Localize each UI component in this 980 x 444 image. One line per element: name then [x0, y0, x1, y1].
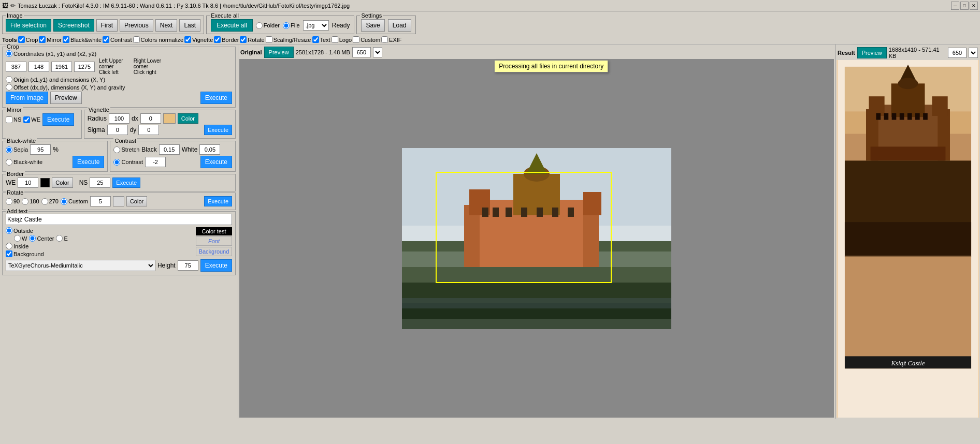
contrast-execute-button[interactable]: Execute	[200, 156, 232, 168]
mirror-check[interactable]: Mirror	[39, 36, 62, 43]
vignette-dx-label: dx	[132, 115, 138, 122]
folder-radio-label[interactable]: Folder	[256, 22, 280, 29]
vignette-color-text-button[interactable]: Color	[178, 113, 198, 124]
rotate-custom-radio[interactable]: Custom	[61, 198, 88, 205]
background-button[interactable]: Background	[196, 247, 232, 256]
exif-check[interactable]: EXIF	[381, 36, 401, 43]
crop-coord-radio[interactable]: Coordinates (x1, y1) and (x2, y2)	[6, 50, 96, 57]
crop-y1-input[interactable]	[28, 62, 49, 72]
crop-coord-row: Coordinates (x1, y1) and (x2, y2)	[6, 50, 232, 57]
font-select[interactable]: TeXGyreChorus-MediumItalic	[6, 260, 155, 271]
vignette-dx-input[interactable]	[140, 113, 161, 124]
inside-radio[interactable]: Inside	[6, 243, 194, 249]
custom-check[interactable]: Custom	[353, 36, 380, 43]
bw-radio[interactable]: Black-white	[6, 159, 42, 166]
color-test-button[interactable]: Color test	[196, 227, 232, 235]
sepia-radio[interactable]: Sepia	[6, 146, 28, 153]
logo-check[interactable]: Logo	[332, 36, 352, 43]
bw-execute-button[interactable]: Execute	[73, 156, 104, 168]
file-radio[interactable]	[283, 22, 290, 29]
colors-normalize-check[interactable]: Colors normalize	[133, 36, 184, 43]
crop-offset-radio[interactable]: Offset (dx,dy), dimensions (X, Y) and gr…	[6, 84, 125, 91]
rotate-270-radio[interactable]: 270	[41, 198, 59, 205]
border-we-input[interactable]	[18, 177, 38, 188]
white-value-input[interactable]	[199, 144, 220, 155]
contrast-check[interactable]: Contrast	[103, 36, 132, 43]
previous-button[interactable]: Previous	[120, 19, 153, 32]
text-execute-button[interactable]: Execute	[200, 259, 232, 272]
scaling-check[interactable]: Scaling/Resize	[266, 36, 311, 43]
result-preview-button[interactable]: Preview	[857, 47, 887, 58]
crop-x2-input[interactable]	[51, 62, 72, 72]
first-button[interactable]: First	[96, 19, 118, 32]
black-value-input[interactable]	[159, 144, 180, 155]
screenshot-button[interactable]: Screenshot	[53, 19, 94, 32]
crop-origin-radio[interactable]: Origin (x1,y1) and dimensions (X, Y)	[6, 76, 105, 83]
execute-all-label: Execute all	[210, 12, 240, 19]
border-check[interactable]: Border	[214, 36, 239, 43]
bw-group: Black-white Sepia % Black-white Execute	[2, 141, 108, 172]
mirror-ns-check[interactable]: NS	[6, 116, 21, 123]
border-color-button[interactable]: Color	[52, 177, 73, 188]
vignette-radius-input[interactable]	[109, 113, 129, 124]
rotate-color-button[interactable]: Color	[126, 196, 147, 206]
result-image-area: Książ Castle	[837, 60, 979, 418]
folder-radio[interactable]	[256, 22, 263, 29]
text-check[interactable]: Text	[312, 36, 330, 43]
vignette-sigma-input[interactable]	[107, 125, 128, 135]
bw-contrast-row: Black-white Sepia % Black-white Execute	[2, 140, 236, 173]
rotate-check[interactable]: Rotate	[240, 36, 264, 43]
rotate-execute-button[interactable]: Execute	[204, 196, 232, 206]
result-zoom-dropdown[interactable]	[969, 48, 978, 58]
border-ns-input[interactable]	[90, 177, 110, 188]
sepia-value-input[interactable]	[30, 144, 51, 155]
border-execute-button[interactable]: Execute	[112, 177, 140, 188]
text-e-radio[interactable]: E	[56, 235, 67, 242]
contrast-value-input[interactable]	[145, 157, 166, 167]
minimize-button[interactable]: ─	[951, 2, 959, 10]
app-icon: 🖼	[2, 2, 8, 9]
text-height-input[interactable]	[178, 260, 198, 271]
crop-execute-button[interactable]: Execute	[200, 92, 232, 104]
svg-rect-9	[583, 192, 601, 215]
stretch-radio[interactable]: Stretch	[113, 146, 139, 153]
bw-check[interactable]: Black&white	[63, 36, 102, 43]
result-zoom-input[interactable]	[948, 48, 967, 58]
save-button[interactable]: Save	[361, 19, 384, 32]
close-button[interactable]: ✕	[970, 2, 978, 10]
original-preview-button[interactable]: Preview	[264, 47, 294, 58]
window-controls[interactable]: ─ □ ✕	[951, 2, 978, 10]
from-image-button[interactable]: From image	[6, 92, 48, 104]
load-button[interactable]: Load	[388, 19, 411, 32]
vignette-color-button[interactable]	[163, 113, 176, 124]
font-button[interactable]: Font	[196, 236, 232, 246]
crop-group-label: Crop	[6, 45, 20, 50]
execute-all-button[interactable]: Execute all	[211, 19, 253, 32]
text-input[interactable]	[6, 214, 232, 225]
text-w-radio[interactable]: W	[14, 235, 27, 242]
rotate-custom-input[interactable]	[90, 196, 111, 206]
crop-y2-input[interactable]	[74, 62, 95, 72]
outside-radio[interactable]: Outside	[6, 227, 194, 234]
crop-preview-button[interactable]: Preview	[50, 92, 82, 104]
format-dropdown[interactable]: .jpg	[303, 20, 329, 31]
last-button[interactable]: Last	[179, 19, 200, 32]
vignette-dy-input[interactable]	[138, 125, 159, 135]
original-zoom-dropdown[interactable]	[373, 47, 382, 57]
crop-x1-input[interactable]	[6, 62, 26, 72]
file-radio-label[interactable]: File	[283, 22, 300, 29]
mirror-we-check[interactable]: WE	[23, 116, 40, 123]
original-zoom-input[interactable]	[352, 47, 371, 57]
rotate-90-radio[interactable]: 90	[6, 198, 20, 205]
crop-check[interactable]: Crop	[18, 36, 38, 43]
vignette-check[interactable]: Vignette	[184, 36, 213, 43]
background-check[interactable]: Background	[6, 250, 194, 257]
maximize-button[interactable]: □	[960, 2, 969, 10]
rotate-180-radio[interactable]: 180	[22, 198, 39, 205]
mirror-execute-button[interactable]: Execute	[42, 113, 74, 126]
text-center-radio[interactable]: Center	[29, 235, 54, 242]
contrast-radio[interactable]: Contrast	[113, 159, 143, 166]
file-selection-button[interactable]: File selection	[6, 19, 51, 32]
next-button[interactable]: Next	[155, 19, 178, 32]
vignette-execute-button[interactable]: Execute	[204, 125, 232, 135]
